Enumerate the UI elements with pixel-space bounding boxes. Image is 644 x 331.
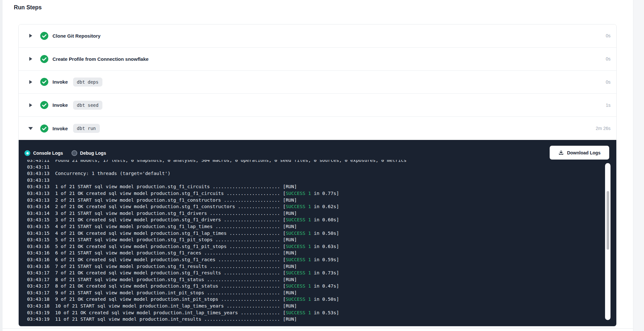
log-line: 03:43:13 1 of 21 START sql view model pr…: [27, 183, 603, 190]
tab-console-logs[interactable]: Console Logs: [24, 150, 63, 156]
log-line: 03:43:13 2 of 21 START sql view model pr…: [27, 197, 603, 204]
log-line: 03:43:13: [27, 177, 603, 184]
log-panel-header: Console LogsDebug Logs Download Logs: [19, 140, 616, 160]
success-check-icon: [40, 78, 48, 86]
log-line: 03:43:15 4 of 21 START sql view model pr…: [27, 223, 603, 230]
step-command-badge: dbt deps: [73, 78, 102, 87]
log-line: 03:43:17 8 of 21 OK created sql view mod…: [27, 283, 603, 290]
log-line: 03:43:19 10 of 21 OK created sql view mo…: [27, 309, 603, 316]
step-command-badge: dbt seed: [73, 101, 102, 110]
left-gutter: [0, 0, 3, 331]
step-duration: 0s: [606, 79, 611, 85]
log-line: 03:43:14 2 of 21 OK created sql view mod…: [27, 203, 603, 210]
log-line: 03:43:17 8 of 21 START sql view model pr…: [27, 276, 603, 283]
run-steps-card: Clone Git Repository0sCreate Profile fro…: [18, 24, 617, 326]
tab-debug-logs[interactable]: Debug Logs: [71, 150, 106, 156]
divider: [3, 328, 633, 329]
log-line: 03:43:13 1 of 21 OK created sql view mod…: [27, 190, 603, 197]
radio-unselected-icon[interactable]: [71, 150, 77, 156]
log-tabs: Console LogsDebug Logs: [24, 140, 106, 160]
step-row-dbt-deps[interactable]: Invokedbt deps0s: [19, 71, 616, 94]
log-line: 03:43:16 7 of 21 START sql view model pr…: [27, 263, 603, 270]
step-label: Create Profile from Connection snowflake: [52, 56, 148, 62]
step-label: Invoke: [52, 126, 68, 131]
download-icon: [558, 150, 564, 155]
log-line: 03:43:17 9 of 21 START sql view model pr…: [27, 290, 603, 296]
step-duration: 2m 26s: [596, 126, 611, 131]
step-row-create-profile-from-connection-snowflake[interactable]: Create Profile from Connection snowflake…: [19, 48, 616, 71]
log-line: 03:43:15 3 of 21 OK created sql view mod…: [27, 216, 603, 223]
chevron-down-icon[interactable]: [29, 127, 33, 130]
step-command-badge: dbt run: [73, 124, 100, 133]
download-logs-button[interactable]: Download Logs: [550, 146, 609, 160]
log-line: 03:43:14 3 of 21 START sql view model pr…: [27, 210, 603, 217]
step-label: Invoke: [52, 102, 68, 108]
success-check-icon: [40, 101, 48, 109]
right-gutter: [633, 0, 644, 331]
log-scrollbar-track[interactable]: [605, 163, 611, 320]
log-line: 03:43:13 Concurrency: 1 threads (target=…: [27, 170, 603, 177]
log-line: 03:43:16 6 of 21 START sql view model pr…: [27, 250, 603, 256]
step-label: Invoke: [52, 79, 68, 85]
radio-label: Console Logs: [33, 151, 63, 156]
log-scrollbar-thumb[interactable]: [607, 191, 609, 250]
success-check-icon: [40, 32, 48, 40]
chevron-right-icon[interactable]: [29, 103, 33, 107]
log-line: 03:43:18 10 of 21 START sql view model p…: [27, 303, 603, 309]
step-duration: 0s: [606, 56, 611, 61]
log-line: 03:43:18 9 of 21 OK created sql view mod…: [27, 296, 603, 303]
step-row-dbt-seed[interactable]: Invokedbt seed1s: [19, 94, 616, 117]
console-log-output: 03:43:11 Found 21 models, 17 tests, 0 sn…: [27, 160, 603, 323]
step-row-dbt-run[interactable]: Invokedbt run2m 26s: [19, 117, 616, 140]
log-line: 03:43:15 5 of 21 START sql view model pr…: [27, 236, 603, 243]
download-logs-label: Download Logs: [567, 150, 601, 155]
log-line: 03:43:15 4 of 21 OK created sql view mod…: [27, 230, 603, 237]
step-duration: 0s: [606, 33, 611, 38]
log-line: 03:43:11 Found 21 models, 17 tests, 0 sn…: [27, 160, 603, 164]
log-line: 03:43:11: [27, 164, 603, 170]
radio-selected-icon[interactable]: [24, 150, 30, 156]
radio-label: Debug Logs: [80, 151, 106, 156]
log-line: 03:43:16 5 of 21 OK created sql view mod…: [27, 243, 603, 250]
step-duration: 1s: [606, 103, 611, 108]
log-line: 03:43:16 6 of 21 OK created sql view mod…: [27, 256, 603, 263]
page-title: Run Steps: [14, 4, 42, 11]
chevron-right-icon[interactable]: [29, 34, 33, 38]
steps-list: Clone Git Repository0sCreate Profile fro…: [19, 24, 616, 140]
log-line: 03:43:19 11 of 21 START sql view model p…: [27, 316, 603, 323]
success-check-icon: [40, 55, 48, 63]
success-check-icon: [40, 124, 48, 133]
step-label: Clone Git Repository: [52, 33, 100, 39]
run-steps-page: Run Steps Clone Git Repository0sCreate P…: [0, 0, 644, 331]
log-line: 03:43:17 7 of 21 OK created sql view mod…: [27, 270, 603, 276]
chevron-right-icon[interactable]: [29, 57, 33, 61]
log-panel: Console LogsDebug Logs Download Logs 03:…: [19, 140, 616, 326]
chevron-right-icon[interactable]: [29, 80, 33, 84]
step-row-clone-git-repository[interactable]: Clone Git Repository0s: [19, 24, 616, 48]
